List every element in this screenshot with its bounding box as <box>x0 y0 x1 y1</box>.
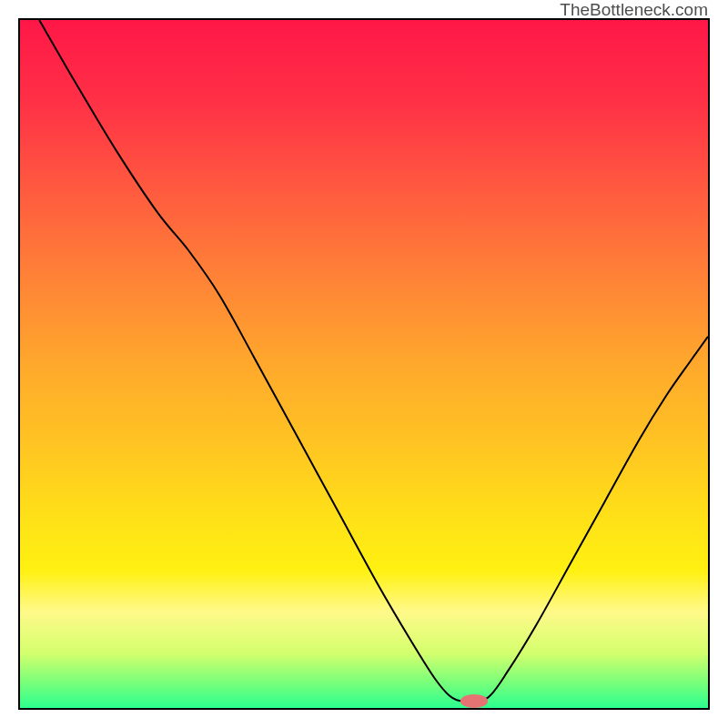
chart-svg <box>20 20 708 708</box>
attribution-caption: TheBottleneck.com <box>560 0 708 20</box>
gradient-background <box>20 20 708 708</box>
chart-frame: TheBottleneck.com <box>0 0 728 728</box>
optimum-marker <box>460 694 488 708</box>
plot-area <box>18 18 710 710</box>
